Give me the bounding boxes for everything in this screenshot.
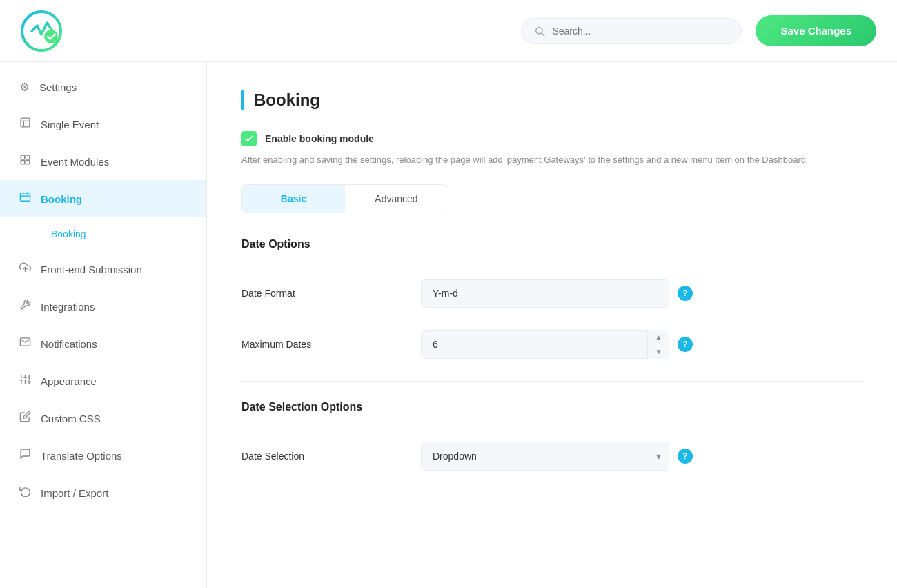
content-area: Booking Enable booking module After enab… [207,62,897,588]
sidebar-item-notifications[interactable]: Notifications [0,325,206,362]
settings-icon: ⚙ [19,80,30,95]
maximum-dates-label: Maximum Dates [241,339,421,350]
date-selection-control: Dropdown Calendar Date Picker ▾ ? [421,442,862,471]
sidebar-item-label: Settings [39,81,77,93]
save-changes-button[interactable]: Save Changes [756,15,876,46]
helper-text: After enabling and saving the settings, … [241,153,835,168]
header: Save Changes [0,0,897,62]
sidebar-item-booking[interactable]: Booking [0,180,206,217]
maximum-dates-row: Maximum Dates ▲ ▼ ? [241,330,862,359]
single-event-icon [19,117,31,132]
sidebar: ⚙ Settings Single Event Event Modules [0,62,207,588]
sidebar-item-appearance[interactable]: Appearance [0,362,206,400]
search-input[interactable] [552,26,729,37]
date-format-input[interactable] [421,279,669,308]
sidebar-item-settings[interactable]: ⚙ Settings [0,69,206,106]
date-format-label: Date Format [241,288,421,299]
date-selection-row: Date Selection Dropdown Calendar Date Pi… [241,442,862,471]
sidebar-item-label: Translate Options [41,450,122,462]
page-title: Booking [254,90,320,110]
sidebar-item-label: Integrations [41,301,95,313]
svg-rect-8 [26,155,30,159]
date-format-control: ? [421,279,862,308]
sidebar-item-translate-options[interactable]: Translate Options [0,437,206,474]
enable-booking-row[interactable]: Enable booking module [241,131,862,146]
date-format-help[interactable]: ? [678,286,693,301]
booking-icon [19,191,31,206]
number-spinners: ▲ ▼ [647,330,669,359]
search-icon [534,26,545,37]
date-format-row: Date Format ? [241,279,862,308]
sidebar-item-label: Event Modules [41,156,109,168]
sidebar-sub-booking[interactable]: Booking [41,223,206,245]
tab-advanced[interactable]: Advanced [345,185,448,213]
maximum-dates-input[interactable] [421,330,669,359]
section-divider [241,381,862,382]
search-bar[interactable] [521,18,742,44]
sidebar-item-single-event[interactable]: Single Event [0,106,206,143]
date-selection-select-wrap: Dropdown Calendar Date Picker ▾ [421,442,669,471]
date-options-title: Date Options [241,238,862,259]
sidebar-item-custom-css[interactable]: Custom CSS [0,400,206,437]
sidebar-item-label: Front-end Submission [41,264,142,275]
integrations-icon [19,299,31,314]
sidebar-item-frontend-submission[interactable]: Front-end Submission [0,251,206,288]
maximum-dates-input-wrap: ▲ ▼ [421,330,669,359]
sidebar-item-label: Custom CSS [41,413,101,424]
maximum-dates-control: ▲ ▼ ? [421,330,862,359]
title-accent [241,90,244,110]
date-selection-label: Date Selection [241,451,421,462]
tabs-row: Basic Advanced [241,184,448,213]
custom-css-icon [19,411,31,426]
sidebar-item-label: Notifications [41,338,97,350]
svg-rect-9 [21,160,25,164]
sidebar-item-label: Appearance [41,375,97,387]
svg-rect-10 [26,160,30,164]
date-selection-help[interactable]: ? [678,449,693,464]
sidebar-item-label: Import / Export [41,487,108,499]
svg-rect-4 [21,118,30,127]
spinner-down[interactable]: ▼ [648,344,669,359]
svg-rect-11 [20,193,30,201]
sidebar-item-integrations[interactable]: Integrations [0,288,206,325]
enable-booking-label: Enable booking module [265,133,374,144]
svg-line-3 [542,33,544,36]
tab-basic[interactable]: Basic [242,185,345,213]
sidebar-item-label: Booking [41,193,82,205]
svg-rect-7 [21,155,25,159]
sidebar-booking-sub: Booking [0,217,206,251]
import-export-icon [19,485,31,500]
spinner-up[interactable]: ▲ [648,330,669,345]
enable-booking-checkbox[interactable] [241,131,257,146]
frontend-submission-icon [19,262,31,277]
maximum-dates-help[interactable]: ? [678,337,693,352]
svg-point-1 [44,30,58,43]
notifications-icon [19,336,31,351]
page-title-bar: Booking [241,90,862,110]
sidebar-item-label: Single Event [41,119,99,130]
date-selection-select[interactable]: Dropdown Calendar Date Picker [421,442,669,471]
translate-options-icon [19,448,31,463]
sidebar-item-event-modules[interactable]: Event Modules [0,143,206,180]
event-modules-icon [19,154,31,169]
appearance-icon [19,373,31,389]
sidebar-item-import-export[interactable]: Import / Export [0,474,206,511]
date-selection-options-title: Date Selection Options [241,401,862,422]
logo [21,10,62,52]
